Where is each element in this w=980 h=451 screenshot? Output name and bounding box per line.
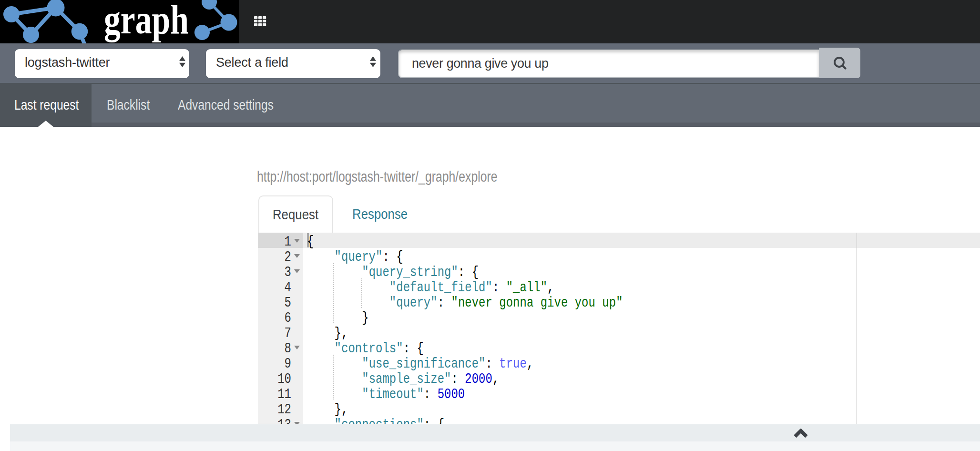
svg-text:graph: graph xyxy=(104,0,189,42)
